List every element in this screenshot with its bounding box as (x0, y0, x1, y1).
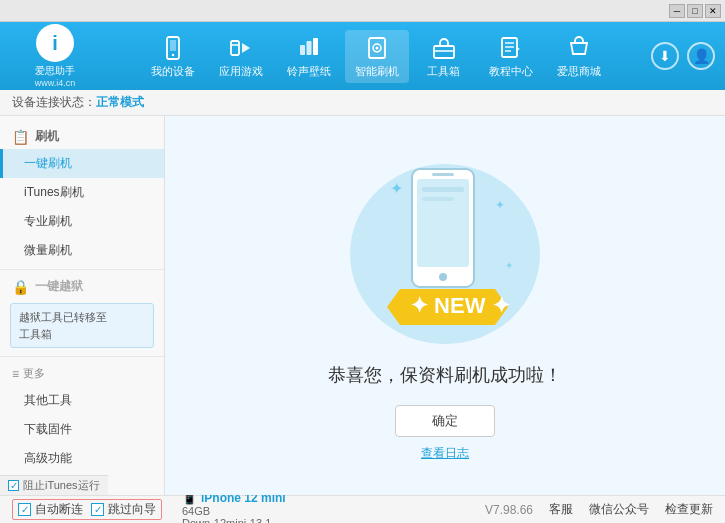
sidebar-divider-1 (0, 269, 164, 270)
device-info: 📱 iPhone 12 mini 64GB Down-12mini-13.1 (182, 491, 286, 524)
apps-games-icon (227, 34, 255, 62)
sidebar-pro-flash[interactable]: 专业刷机 (0, 207, 164, 236)
nav-shop[interactable]: 爱思商城 (547, 30, 611, 83)
phone-illustration-svg: ✦ ✦ ✦ ✦ NEW ✦ (340, 149, 550, 349)
header: i 爱思助手 www.i4.cn 我的设备 (0, 22, 725, 90)
smart-flash-icon (363, 34, 391, 62)
advanced-label: 高级功能 (24, 451, 72, 465)
svg-rect-23 (422, 197, 454, 201)
sidebar-divider-2 (0, 356, 164, 357)
auto-disconnect-checkbox[interactable]: 自动断连 (18, 501, 83, 518)
svg-point-20 (439, 273, 447, 281)
version-label: V7.98.66 (485, 503, 533, 517)
svg-rect-1 (170, 40, 176, 51)
nav-right: ⬇ 👤 (651, 42, 715, 70)
status-bar: 设备连接状态： 正常模式 (0, 90, 725, 116)
nav-items: 我的设备 应用游戏 铃声壁纸 (100, 30, 651, 83)
brand-website: www.i4.cn (35, 78, 76, 88)
nav-toolbox[interactable]: 工具箱 (413, 30, 475, 83)
toolbox-icon (430, 34, 458, 62)
nav-tutorials-label: 教程中心 (489, 64, 533, 79)
skip-wizard-check-box[interactable] (91, 503, 104, 516)
itunes-checkbox[interactable] (8, 480, 19, 491)
bottom-left: 自动断连 跳过向导 📱 iPhone 12 mini 64GB Down-12m… (12, 491, 286, 524)
window-controls: ─ □ ✕ (669, 4, 721, 18)
nav-apps-games-label: 应用游戏 (219, 64, 263, 79)
skip-wizard-checkbox[interactable]: 跳过向导 (91, 501, 156, 518)
tutorials-icon (497, 34, 525, 62)
nav-tutorials[interactable]: 教程中心 (479, 30, 543, 83)
nav-smart-flash-label: 智能刷机 (355, 64, 399, 79)
view-log-link[interactable]: 查看日志 (421, 445, 469, 462)
sidebar-advanced[interactable]: 高级功能 (0, 444, 164, 473)
pro-flash-label: 专业刷机 (24, 214, 72, 228)
success-message: 恭喜您，保资料刷机成功啦！ (328, 363, 562, 387)
close-btn[interactable]: ✕ (705, 4, 721, 18)
svg-text:✦: ✦ (505, 260, 513, 271)
svg-rect-3 (231, 41, 239, 55)
svg-point-2 (171, 53, 173, 55)
sidebar-other-tools[interactable]: 其他工具 (0, 386, 164, 415)
nav-my-device[interactable]: 我的设备 (141, 30, 205, 83)
nav-apps-games[interactable]: 应用游戏 (209, 30, 273, 83)
nav-ringtones[interactable]: 铃声壁纸 (277, 30, 341, 83)
svg-rect-5 (300, 45, 305, 55)
svg-text:✦: ✦ (495, 198, 505, 212)
download-btn[interactable]: ⬇ (651, 42, 679, 70)
flash-section-icon: 📋 (12, 129, 29, 145)
shop-icon (565, 34, 593, 62)
confirm-button[interactable]: 确定 (395, 405, 495, 437)
itunes-label: 阻止iTunes运行 (23, 478, 100, 493)
maximize-btn[interactable]: □ (687, 4, 703, 18)
sidebar-jailbreak-header: 🔒 一键越狱 (0, 274, 164, 299)
nav-toolbox-label: 工具箱 (427, 64, 460, 79)
skip-wizard-label: 跳过向导 (108, 501, 156, 518)
account-btn[interactable]: 👤 (687, 42, 715, 70)
nav-smart-flash[interactable]: 智能刷机 (345, 30, 409, 83)
content-area: ✦ ✦ ✦ ✦ NEW ✦ 恭喜您，保资料刷机成功啦！ 确定 查看日志 (165, 116, 725, 495)
svg-point-10 (375, 46, 378, 49)
bottom-bar: 自动断连 跳过向导 📱 iPhone 12 mini 64GB Down-12m… (0, 495, 725, 523)
jailbreak-label: 一键越狱 (35, 278, 83, 295)
more-section-icon: ≡ (12, 367, 19, 381)
auto-disconnect-check-box[interactable] (18, 503, 31, 516)
wechat-link[interactable]: 微信公众号 (589, 501, 649, 518)
svg-rect-6 (306, 41, 311, 55)
sidebar-flash-header: 📋 刷机 (0, 124, 164, 149)
sidebar: 📋 刷机 一键刷机 iTunes刷机 专业刷机 微量刷机 🔒 一键越狱 越狱工具… (0, 116, 165, 495)
nav-my-device-label: 我的设备 (151, 64, 195, 79)
sidebar-download-firmware[interactable]: 下载固件 (0, 415, 164, 444)
logo-icon: i (36, 24, 74, 62)
status-prefix: 设备连接状态： (12, 94, 96, 111)
download-firmware-label: 下载固件 (24, 422, 72, 436)
svg-rect-11 (434, 46, 454, 58)
sidebar-wipe-flash[interactable]: 微量刷机 (0, 236, 164, 265)
info-box-text: 越狱工具已转移至 工具箱 (19, 311, 107, 340)
status-value: 正常模式 (96, 94, 144, 111)
svg-rect-22 (422, 187, 464, 192)
svg-rect-7 (313, 38, 318, 55)
svg-text:✦: ✦ (390, 180, 403, 197)
more-section-label: 更多 (23, 366, 45, 381)
sidebar-itunes-flash[interactable]: iTunes刷机 (0, 178, 164, 207)
update-link[interactable]: 检查更新 (665, 501, 713, 518)
svg-text:✦ NEW ✦: ✦ NEW ✦ (410, 293, 510, 318)
main-container: 📋 刷机 一键刷机 iTunes刷机 专业刷机 微量刷机 🔒 一键越狱 越狱工具… (0, 116, 725, 495)
sidebar-more-header: ≡ 更多 (0, 361, 164, 386)
logo-area: i 爱思助手 www.i4.cn (10, 24, 100, 88)
itunes-bar: 阻止iTunes运行 (0, 475, 108, 495)
brand-name: 爱思助手 (35, 64, 76, 78)
service-link[interactable]: 客服 (549, 501, 573, 518)
sidebar-info-box: 越狱工具已转移至 工具箱 (10, 303, 154, 348)
flash-section-label: 刷机 (35, 128, 59, 145)
minimize-btn[interactable]: ─ (669, 4, 685, 18)
nav-shop-label: 爱思商城 (557, 64, 601, 79)
one-click-flash-label: 一键刷机 (24, 156, 72, 170)
phone-illustration-area: ✦ ✦ ✦ ✦ NEW ✦ (340, 149, 550, 349)
sidebar-one-click-flash[interactable]: 一键刷机 (0, 149, 164, 178)
svg-rect-21 (432, 173, 454, 176)
itunes-flash-label: iTunes刷机 (24, 185, 84, 199)
lock-icon: 🔒 (12, 279, 29, 295)
device-storage: 64GB (182, 505, 286, 517)
my-device-icon (159, 34, 187, 62)
